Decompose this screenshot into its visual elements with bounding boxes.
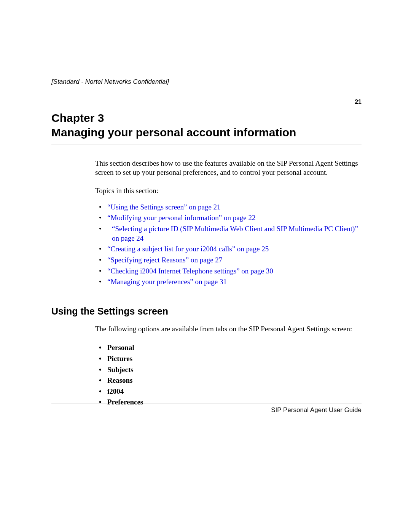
page-footer: SIP Personal Agent User Guide	[51, 404, 362, 414]
page-number: 21	[51, 99, 362, 105]
option-item: i2004	[95, 387, 362, 397]
options-list: Personal Pictures Subjects Reasons i2004…	[95, 343, 362, 407]
topic-link[interactable]: “Modifying your personal information” on…	[107, 214, 255, 222]
topic-link[interactable]: “Selecting a picture ID (SIP Multimedia …	[112, 225, 358, 242]
topic-link[interactable]: “Creating a subject list for your i2004 …	[107, 245, 269, 253]
intro-paragraph: This section describes how to use the fe…	[95, 159, 362, 177]
document-page: [Standard - Nortel Networks Confidential…	[0, 0, 411, 532]
footer-guide-title: SIP Personal Agent User Guide	[51, 406, 362, 414]
topic-link[interactable]: “Checking i2004 Internet Telephone setti…	[107, 267, 273, 275]
section-intro: The following options are available from…	[95, 324, 362, 334]
chapter-heading: Chapter 3 Managing your personal account…	[51, 111, 362, 144]
topics-list: “Using the Settings screen” on page 21 “…	[95, 203, 362, 287]
topic-link[interactable]: “Using the Settings screen” on page 21	[107, 203, 221, 211]
section-body: The following options are available from…	[95, 324, 362, 407]
chapter-title: Managing your personal account informati…	[51, 125, 362, 140]
chapter-number: Chapter 3	[51, 111, 362, 125]
header-confidential: [Standard - Nortel Networks Confidential…	[51, 78, 362, 86]
option-item: Reasons	[95, 375, 362, 386]
option-item: Subjects	[95, 365, 362, 375]
body-block: This section describes how to use the fe…	[95, 159, 362, 287]
topic-link[interactable]: “Managing your preferences” on page 31	[107, 278, 227, 286]
option-item: Pictures	[95, 354, 362, 364]
topic-link-item: “Using the Settings screen” on page 21	[95, 203, 362, 212]
topics-label: Topics in this section:	[95, 187, 362, 195]
option-item: Personal	[95, 343, 362, 353]
topic-link-item: “Checking i2004 Internet Telephone setti…	[95, 267, 362, 276]
topic-link-item: “Creating a subject list for your i2004 …	[95, 244, 362, 254]
topic-link-item: “Modifying your personal information” on…	[95, 213, 362, 223]
topic-link-item: “Managing your preferences” on page 31	[95, 277, 362, 287]
topic-link-item: “Specifying reject Reasons” on page 27	[95, 256, 362, 265]
section-heading: Using the Settings screen	[51, 306, 362, 317]
topic-link[interactable]: “Specifying reject Reasons” on page 27	[107, 256, 222, 264]
topic-link-item: “Selecting a picture ID (SIP Multimedia …	[95, 224, 362, 243]
footer-rule	[51, 404, 362, 404]
